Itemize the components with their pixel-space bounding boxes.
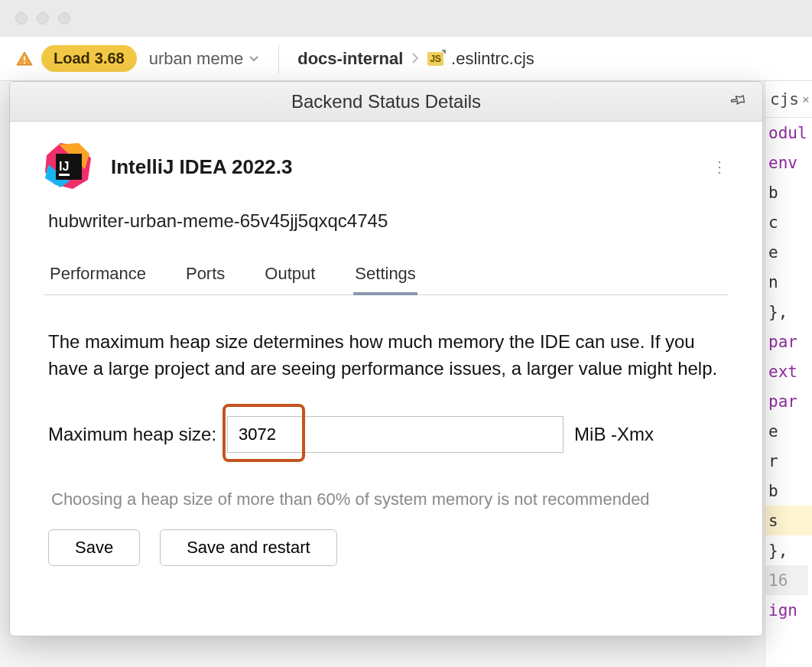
svg-rect-0: [24, 57, 25, 60]
svg-text:IJ: IJ: [59, 160, 69, 173]
product-row: IJ IntelliJ IDEA 2022.3 ⋮: [44, 142, 729, 192]
code-line: e: [765, 416, 812, 446]
save-restart-button[interactable]: Save and restart: [160, 529, 336, 566]
code-line: b: [765, 177, 812, 207]
chevron-down-icon: [248, 49, 260, 69]
tab-performance[interactable]: Performance: [48, 259, 148, 294]
code-line: odul: [765, 118, 812, 148]
code-line: env: [765, 148, 812, 177]
breadcrumb-file[interactable]: .eslintrc.cjs: [451, 49, 534, 69]
heap-size-input[interactable]: [227, 416, 564, 453]
popover-title: Backend Status Details: [291, 91, 481, 112]
svg-rect-1: [24, 62, 25, 63]
pin-icon[interactable]: [724, 88, 750, 116]
editor-code-strip: cjs ✕ odulenv b c e n},parextpar e r b s…: [765, 81, 812, 667]
editor-tab[interactable]: cjs ✕: [765, 81, 812, 118]
machine-id: hubwriter-urban-meme-65v45jj5qxqc4745: [48, 210, 729, 232]
toolbar-separator: [278, 44, 279, 73]
code-line: ext: [765, 356, 812, 386]
code-line: e: [765, 237, 812, 267]
save-button[interactable]: Save: [48, 529, 140, 566]
product-title: IntelliJ IDEA 2022.3: [111, 155, 292, 179]
heap-size-label: Maximum heap size:: [48, 424, 216, 445]
code-line: ign: [765, 595, 812, 625]
js-file-icon: JS: [427, 52, 443, 66]
code-line: b: [765, 476, 812, 506]
code-line: s: [765, 506, 812, 535]
settings-description: The maximum heap size determines how muc…: [48, 329, 724, 382]
chevron-right-icon: [411, 49, 420, 69]
load-value: 3.68: [95, 50, 125, 67]
tab-ports[interactable]: Ports: [184, 259, 226, 294]
tab-output[interactable]: Output: [263, 259, 317, 294]
code-line: },: [765, 297, 812, 327]
button-row: Save Save and restart: [48, 529, 724, 566]
heap-size-row: Maximum heap size: MiB -Xmx: [48, 416, 724, 453]
code-line: par: [765, 386, 812, 416]
main-toolbar: Load 3.68 urban meme docs-internal JS .e…: [0, 37, 812, 81]
code-line: par: [765, 327, 812, 356]
project-name-label: urban meme: [149, 49, 244, 69]
warning-icon: [15, 50, 34, 68]
code-line: n: [765, 267, 812, 297]
backend-status-popover: Backend Status Details IJ IntelliJ IDEA …: [9, 81, 763, 636]
close-icon[interactable]: ✕: [802, 92, 810, 106]
code-line: 16: [765, 565, 808, 595]
tab-settings[interactable]: Settings: [353, 259, 417, 294]
code-line: c: [765, 207, 812, 237]
load-label: Load: [54, 50, 90, 67]
svg-rect-7: [59, 174, 70, 176]
traffic-light-zoom[interactable]: [58, 12, 70, 24]
code-line: },: [765, 535, 812, 565]
kebab-menu-icon[interactable]: ⋮: [712, 158, 729, 176]
code-line: r: [765, 446, 812, 476]
project-selector[interactable]: urban meme: [145, 49, 261, 69]
traffic-light-close[interactable]: [15, 12, 28, 24]
load-badge[interactable]: Load 3.68: [41, 45, 137, 72]
settings-pane: The maximum heap size determines how muc…: [44, 295, 729, 566]
breadcrumb-root[interactable]: docs-internal: [297, 49, 403, 69]
editor-tab-label: cjs: [770, 90, 799, 109]
intellij-logo-icon: IJ: [44, 142, 94, 192]
heap-unit-label: MiB -Xmx: [574, 424, 654, 445]
window-titlebar: [0, 0, 812, 37]
popover-header: Backend Status Details: [10, 82, 762, 122]
heap-hint: Choosing a heap size of more than 60% of…: [48, 490, 724, 509]
breadcrumb: docs-internal JS .eslintrc.cjs: [297, 49, 534, 69]
traffic-light-minimize[interactable]: [37, 12, 49, 24]
popover-tabs: PerformancePortsOutputSettings: [44, 259, 729, 295]
